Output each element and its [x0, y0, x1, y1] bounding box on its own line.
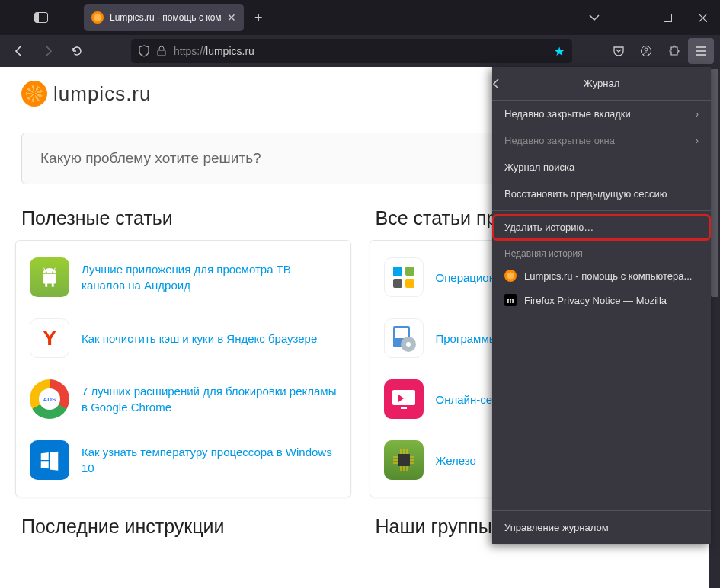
hardware-icon: [384, 440, 424, 480]
manage-history[interactable]: Управление журналом: [492, 510, 711, 544]
toolbar: https://lumpics.ru ★: [0, 35, 720, 67]
reload-button[interactable]: [64, 38, 90, 64]
article-item[interactable]: Как узнать температуру процессора в Wind…: [16, 430, 350, 491]
tab-close-icon[interactable]: ✕: [227, 11, 236, 24]
chevron-right-icon: ›: [696, 109, 699, 120]
recently-closed-tabs[interactable]: Недавно закрытые вкладки ›: [492, 101, 711, 127]
logo-text: lumpics.ru: [53, 82, 151, 106]
article-title: Лучшие приложения для просмотра ТВ канал…: [82, 261, 337, 293]
svg-point-4: [645, 48, 648, 51]
window-minimize-button[interactable]: [615, 0, 650, 35]
svg-rect-13: [392, 390, 415, 405]
maximize-icon: [664, 14, 672, 22]
tab-favicon-icon: [91, 11, 104, 24]
new-tab-button[interactable]: +: [254, 10, 263, 26]
search-history[interactable]: Журнал поиска: [492, 154, 711, 181]
bookmark-star-icon[interactable]: ★: [554, 44, 565, 59]
article-item[interactable]: 7 лучших расширений для блокировки рекла…: [16, 369, 350, 430]
article-title: Как узнать температуру процессора в Wind…: [82, 444, 337, 476]
panel-back-button[interactable]: [492, 78, 526, 90]
useful-articles-heading: Полезные статьи: [21, 207, 345, 229]
scrollbar-thumb[interactable]: [711, 69, 718, 297]
windows-icon: [30, 440, 69, 480]
category-title: Железо: [436, 452, 476, 468]
useful-articles-list: Лучшие приложения для просмотра ТВ канал…: [15, 240, 351, 497]
yandex-icon: [30, 318, 69, 358]
extensions-button[interactable]: [661, 38, 686, 64]
svg-rect-7: [393, 279, 402, 288]
lock-icon[interactable]: [157, 46, 166, 56]
svg-point-12: [406, 342, 411, 347]
account-icon: [640, 45, 652, 57]
window-maximize-button[interactable]: [650, 0, 685, 35]
browser-tab[interactable]: Lumpics.ru - помощь с компь ✕: [84, 4, 244, 31]
url-text: https://lumpics.ru: [174, 45, 254, 57]
svg-rect-5: [393, 267, 402, 276]
os-icon: [384, 257, 424, 297]
tabs-list-button[interactable]: [589, 14, 615, 21]
svg-rect-6: [405, 267, 414, 276]
latest-instructions-heading: Последние инструкции: [21, 516, 345, 538]
pocket-button[interactable]: [606, 38, 632, 64]
chrome-ads-icon: [30, 379, 69, 419]
puzzle-icon: [667, 45, 680, 57]
chevron-right-icon: ›: [696, 136, 699, 146]
orange-logo-icon: [21, 81, 47, 107]
window-close-button[interactable]: [685, 0, 720, 35]
lumpics-favicon-icon: [504, 270, 517, 282]
svg-rect-10: [395, 328, 408, 338]
panel-header: Журнал: [492, 67, 711, 101]
separator: [492, 210, 711, 211]
hamburger-icon: [695, 46, 707, 56]
pocket-icon: [613, 45, 625, 57]
shield-icon[interactable]: [139, 45, 149, 57]
close-icon: [699, 14, 707, 22]
panel-title: Журнал: [526, 78, 711, 89]
clear-history[interactable]: Удалить историю…: [492, 214, 711, 241]
url-bar[interactable]: https://lumpics.ru ★: [131, 39, 572, 63]
minimize-icon: [629, 18, 637, 18]
reload-icon: [71, 45, 83, 57]
svg-rect-15: [398, 454, 410, 466]
software-icon: [384, 318, 424, 358]
svg-rect-1: [664, 14, 671, 21]
article-item[interactable]: Как почистить кэш и куки в Яндекс браузе…: [16, 308, 350, 369]
app-menu-button[interactable]: [688, 38, 714, 64]
sidebar-toggle-area[interactable]: [0, 12, 82, 23]
restore-session[interactable]: Восстановить предыдущую сессию: [492, 181, 711, 207]
recent-history-label: Недавняя история: [492, 241, 711, 264]
category-title: Онлайн-се: [436, 391, 493, 407]
svg-rect-2: [158, 50, 165, 56]
titlebar: Lumpics.ru - помощь с компь ✕ +: [0, 0, 720, 35]
chevron-left-icon: [492, 78, 500, 90]
tab-title: Lumpics.ru - помощь с компь: [110, 12, 221, 23]
android-tv-icon: [30, 257, 69, 297]
scrollbar[interactable]: [709, 67, 720, 588]
article-title: 7 лучших расширений для блокировки рекла…: [82, 383, 337, 415]
arrow-left-icon: [13, 45, 25, 57]
forward-button: [35, 38, 61, 64]
article-title: Как почистить кэш и куки в Яндекс браузе…: [82, 331, 317, 347]
svg-rect-0: [629, 18, 637, 18]
history-entry[interactable]: Lumpics.ru - помощь с компьютера...: [492, 264, 711, 288]
account-button[interactable]: [633, 38, 659, 64]
history-panel: Журнал Недавно закрытые вкладки › Недавн…: [492, 67, 711, 544]
arrow-right-icon: [42, 45, 54, 57]
services-icon: [384, 379, 424, 419]
sidebar-toggle-icon: [34, 12, 48, 23]
back-button[interactable]: [6, 38, 32, 64]
recently-closed-windows: Недавно закрытые окна ›: [492, 127, 711, 154]
history-entry[interactable]: m Firefox Privacy Notice — Mozilla: [492, 288, 711, 312]
mozilla-favicon-icon: m: [504, 294, 517, 306]
article-item[interactable]: Лучшие приложения для просмотра ТВ канал…: [16, 247, 350, 308]
svg-rect-14: [401, 407, 407, 409]
svg-rect-8: [405, 279, 414, 288]
chevron-down-icon: [589, 14, 600, 21]
category-title: Программы: [436, 331, 498, 347]
